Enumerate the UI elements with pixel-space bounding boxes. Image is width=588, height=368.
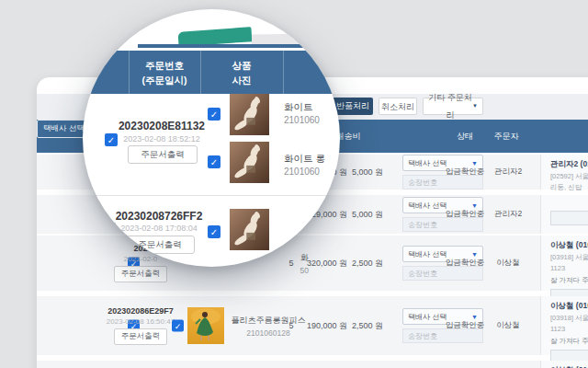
other-actions-dropdown[interactable]: 기타 주문처리 ▼	[423, 98, 483, 115]
product-photo	[230, 209, 269, 250]
status-cell: 입금확인중	[441, 167, 489, 178]
row-divider	[90, 195, 333, 196]
orderer-detail-name: 이상철 (010	[550, 301, 588, 312]
orderer-cell: 관리자2	[487, 167, 529, 178]
header-status: 상태	[441, 131, 489, 143]
product-photo	[230, 94, 269, 135]
magnified-table-header: 주문번호 (주문일시) 상품 사진	[83, 51, 340, 94]
product-code: 2101060	[284, 167, 320, 177]
quantity-cell: 5	[281, 259, 301, 268]
product-photo	[230, 142, 269, 183]
orderer-address: [02592] 서울	[550, 172, 588, 181]
order-number: 20230208E81132	[111, 120, 212, 132]
orderer-memo: 잘 가져다 주	[550, 276, 588, 285]
amount-cell: 320,000 원	[300, 258, 347, 270]
orderer-detail-cell	[540, 195, 588, 234]
magnified-header-order: 주문번호 (주문일시)	[129, 58, 200, 88]
print-order-button[interactable]: 주문서출력	[114, 328, 168, 345]
cancel-process-tab[interactable]: 취소처리	[379, 98, 417, 115]
orderer-cell: 관리자2	[487, 209, 529, 220]
print-order-button[interactable]: 주문서출력	[128, 145, 198, 164]
orderer-address: 1123	[550, 325, 588, 334]
orderer-detail-cell: 이상철 (010	[540, 361, 588, 368]
product-checkbox[interactable]	[208, 108, 220, 121]
chevron-down-icon: ▼	[471, 314, 478, 320]
product-code: 2101060	[284, 115, 320, 125]
shipping-cell: 2,500 원	[351, 258, 384, 270]
shipping-cell: 5,000 원	[351, 167, 384, 178]
amount-cell: 190,000 원	[300, 320, 347, 332]
order-cell: 202302086E29F7 2023-02-08 16:50:47 주문서출력	[105, 306, 176, 345]
return-process-tab[interactable]: 반품처리	[333, 98, 373, 115]
orderer-detail-cell: 관리자2 (01 [02592] 서울 리동, 신답 요구사항은	[540, 155, 588, 190]
chevron-down-icon: ▼	[471, 251, 478, 258]
memo-input[interactable]	[550, 211, 588, 225]
table-row: 202 2023-02-0 주문서출력 화 50 5 320,000 원 2,5…	[37, 236, 588, 291]
chevron-down-icon: ▼	[471, 160, 478, 167]
print-order-button[interactable]: 주문서출력	[114, 266, 168, 282]
status-cell: 입금확인중	[441, 209, 489, 220]
orderer-detail-name: 관리자2 (01	[550, 159, 588, 170]
product-name: 화이트	[284, 101, 313, 114]
product-checkbox[interactable]	[208, 155, 220, 168]
table-row: 202302086E29F7 2023-02-08 16:50:47 주문서출력…	[37, 296, 588, 355]
orderer-detail-cell: 이상철 (010 [03918] 서울 1123 잘 가져다 주	[540, 296, 588, 355]
product-name: 화이트 롱	[284, 153, 325, 166]
status-cell: 입금확인중	[441, 258, 489, 269]
status-cell: 입금확인중	[441, 320, 489, 331]
order-date: 2023-02-08 17:08:04	[108, 224, 209, 233]
orderer-detail-name: 이상철 (010	[550, 240, 588, 251]
order-date: 2023-02-08 16:50:47	[105, 317, 176, 326]
orderer-memo: 잘 가져다 주	[550, 337, 588, 346]
shipping-cell: 5,000 원	[351, 209, 384, 221]
orderer-address: 리동, 신답	[550, 183, 588, 192]
order-number: 20230208726FF2	[108, 210, 209, 223]
product-checkbox[interactable]	[172, 320, 184, 332]
shipping-cell: 2,500 원	[351, 320, 384, 332]
orderer-address: [03918] 서울	[550, 253, 588, 262]
chevron-down-icon: ▼	[471, 202, 478, 209]
chevron-down-icon: ▼	[472, 98, 478, 115]
screenshot-stage: 반품처리 취소처리 기타 주문처리 ▼ 금액 배송비 택배사 선택 ▼ 상태 주…	[0, 0, 588, 368]
other-actions-label: 기타 주문처리	[428, 89, 472, 124]
orderer-address: 1123	[550, 264, 588, 273]
magnifier-circle: 주문번호 (주문일시) 상품 사진 20230208E81132 2023-02…	[83, 9, 340, 267]
header-edge-fragment	[138, 44, 322, 48]
header-orderer: 주문자	[483, 131, 529, 143]
product-checkbox[interactable]	[208, 225, 220, 238]
header-courier-label: 택배사 선택	[43, 123, 85, 134]
order-date: 2023-02-08 18:52:12	[111, 134, 212, 144]
orderer-cell: 이상철	[487, 320, 529, 331]
orderer-address: [03918] 서울	[550, 314, 588, 323]
product-photo	[187, 307, 224, 344]
order-number: 202302086E29F7	[105, 306, 176, 316]
orderer-detail-cell: 이상철 (010 [03918] 서울 1123 잘 가져다 주	[540, 236, 588, 291]
quantity-cell: 5	[281, 321, 301, 330]
magnified-header-photo: 상품 사진	[200, 58, 283, 88]
orderer-cell: 이상철	[487, 258, 529, 269]
table-row: 이상철 (010	[37, 361, 588, 368]
